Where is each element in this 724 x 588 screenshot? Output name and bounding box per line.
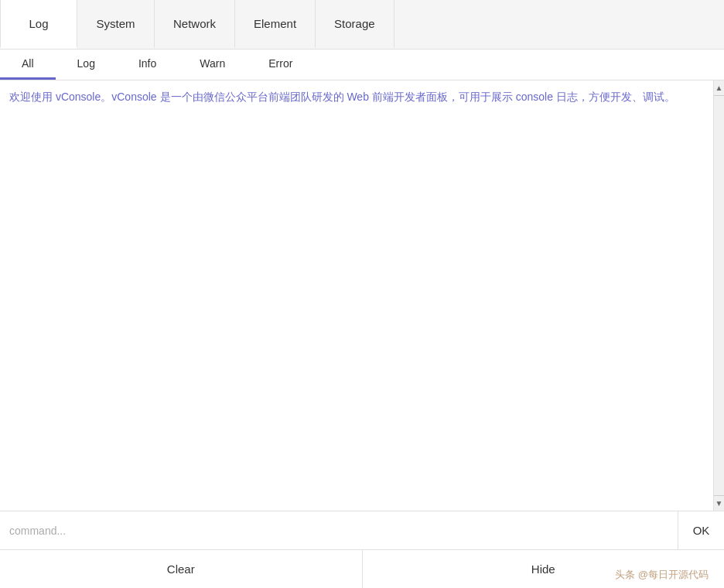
tab-network[interactable]: Network — [155, 0, 235, 49]
tab-system[interactable]: System — [77, 0, 155, 49]
subtab-all[interactable]: All — [0, 50, 56, 80]
tab-storage[interactable]: Storage — [316, 0, 394, 49]
scrollbar: ▲ ▼ — [713, 80, 724, 511]
subtab-warn[interactable]: Warn — [178, 50, 247, 80]
hide-button[interactable]: Hide 头条 @每日开源代码 — [363, 550, 725, 588]
scrollbar-track — [714, 96, 724, 495]
scrollbar-down-button[interactable]: ▼ — [714, 495, 724, 511]
clear-button[interactable]: Clear — [0, 550, 363, 588]
sub-tab-bar: All Log Info Warn Error — [0, 50, 724, 80]
scrollbar-up-button[interactable]: ▲ — [714, 80, 724, 96]
log-message-text: 欢迎使用 vConsole。vConsole 是一个由微信公众平台前端团队研发的… — [9, 88, 704, 105]
tab-log[interactable]: Log — [0, 0, 77, 49]
subtab-info[interactable]: Info — [117, 50, 178, 80]
ok-button[interactable]: OK — [678, 511, 724, 549]
top-tab-bar: Log System Network Element Storage — [0, 0, 724, 50]
command-area: OK — [0, 511, 724, 549]
bottom-bar: Clear Hide 头条 @每日开源代码 — [0, 549, 724, 588]
subtab-log[interactable]: Log — [56, 50, 117, 80]
content-area: 欢迎使用 vConsole。vConsole 是一个由微信公众平台前端团队研发的… — [0, 80, 724, 511]
log-content[interactable]: 欢迎使用 vConsole。vConsole 是一个由微信公众平台前端团队研发的… — [0, 80, 713, 511]
watermark-text: 头条 @每日开源代码 — [615, 568, 709, 582]
command-input[interactable] — [0, 511, 678, 549]
subtab-error[interactable]: Error — [247, 50, 314, 80]
tab-element[interactable]: Element — [235, 0, 316, 49]
